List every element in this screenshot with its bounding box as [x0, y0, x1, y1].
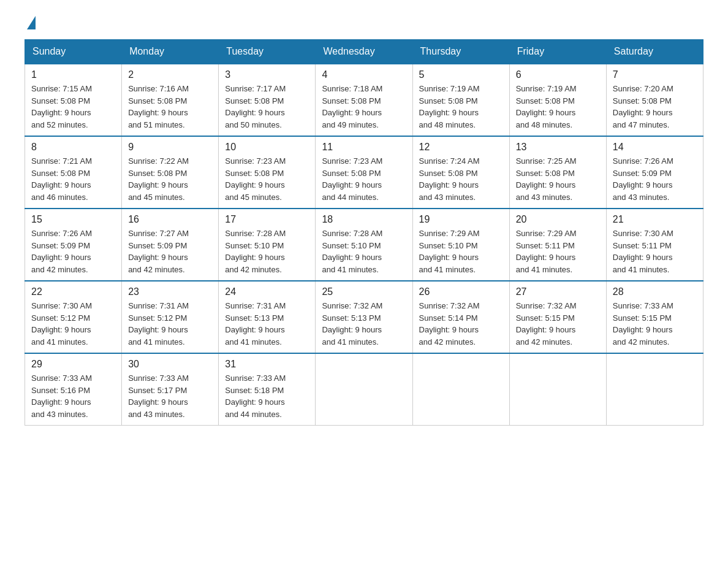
- day-info: Sunrise: 7:17 AMSunset: 5:08 PMDaylight:…: [225, 83, 309, 131]
- calendar-cell: 13Sunrise: 7:25 AMSunset: 5:08 PMDayligh…: [509, 136, 606, 209]
- day-number: 27: [516, 286, 600, 297]
- day-info: Sunrise: 7:19 AMSunset: 5:08 PMDaylight:…: [419, 83, 503, 131]
- day-number: 26: [419, 286, 503, 297]
- day-info: Sunrise: 7:30 AMSunset: 5:12 PMDaylight:…: [31, 300, 115, 348]
- day-info: Sunrise: 7:31 AMSunset: 5:12 PMDaylight:…: [128, 300, 212, 348]
- day-info: Sunrise: 7:25 AMSunset: 5:08 PMDaylight:…: [516, 155, 600, 203]
- day-number: 14: [613, 142, 697, 153]
- header-day-thursday: Thursday: [412, 40, 509, 64]
- calendar-cell: 6Sunrise: 7:19 AMSunset: 5:08 PMDaylight…: [509, 64, 606, 136]
- day-number: 21: [613, 214, 697, 225]
- day-number: 7: [613, 69, 697, 80]
- day-number: 4: [322, 69, 406, 80]
- day-info: Sunrise: 7:20 AMSunset: 5:08 PMDaylight:…: [613, 83, 697, 131]
- day-number: 5: [419, 69, 503, 80]
- calendar-cell: 19Sunrise: 7:29 AMSunset: 5:10 PMDayligh…: [412, 209, 509, 281]
- header-day-saturday: Saturday: [606, 40, 703, 64]
- day-number: 3: [225, 69, 309, 80]
- day-info: Sunrise: 7:31 AMSunset: 5:13 PMDaylight:…: [225, 300, 309, 348]
- day-info: Sunrise: 7:22 AMSunset: 5:08 PMDaylight:…: [128, 155, 212, 203]
- calendar-cell: 1Sunrise: 7:15 AMSunset: 5:08 PMDaylight…: [25, 64, 122, 136]
- header-day-monday: Monday: [122, 40, 219, 64]
- calendar-table: SundayMondayTuesdayWednesdayThursdayFrid…: [25, 39, 703, 426]
- day-info: Sunrise: 7:26 AMSunset: 5:09 PMDaylight:…: [613, 155, 697, 203]
- day-number: 15: [31, 214, 115, 225]
- calendar-week-2: 8Sunrise: 7:21 AMSunset: 5:08 PMDaylight…: [25, 136, 703, 209]
- calendar-cell: 5Sunrise: 7:19 AMSunset: 5:08 PMDaylight…: [412, 64, 509, 136]
- calendar-cell: 16Sunrise: 7:27 AMSunset: 5:09 PMDayligh…: [122, 209, 219, 281]
- day-number: 24: [225, 286, 309, 297]
- header-day-sunday: Sunday: [25, 40, 122, 64]
- day-info: Sunrise: 7:32 AMSunset: 5:15 PMDaylight:…: [516, 300, 600, 348]
- day-info: Sunrise: 7:24 AMSunset: 5:08 PMDaylight:…: [419, 155, 503, 203]
- calendar-cell: 26Sunrise: 7:32 AMSunset: 5:14 PMDayligh…: [412, 281, 509, 353]
- day-number: 22: [31, 286, 115, 297]
- day-number: 16: [128, 214, 212, 225]
- logo: [25, 18, 36, 27]
- day-number: 1: [31, 69, 115, 80]
- day-info: Sunrise: 7:33 AMSunset: 5:17 PMDaylight:…: [128, 372, 212, 420]
- logo-triangle-icon: [27, 16, 36, 29]
- calendar-cell: 11Sunrise: 7:23 AMSunset: 5:08 PMDayligh…: [316, 136, 412, 209]
- day-number: 13: [516, 142, 600, 153]
- day-info: Sunrise: 7:26 AMSunset: 5:09 PMDaylight:…: [31, 228, 115, 275]
- day-info: Sunrise: 7:30 AMSunset: 5:11 PMDaylight:…: [613, 228, 697, 275]
- day-info: Sunrise: 7:28 AMSunset: 5:10 PMDaylight:…: [322, 228, 406, 275]
- day-number: 23: [128, 286, 212, 297]
- day-number: 12: [419, 142, 503, 153]
- calendar-cell: 3Sunrise: 7:17 AMSunset: 5:08 PMDaylight…: [219, 64, 316, 136]
- calendar-cell: 25Sunrise: 7:32 AMSunset: 5:13 PMDayligh…: [316, 281, 412, 353]
- day-info: Sunrise: 7:33 AMSunset: 5:15 PMDaylight:…: [613, 300, 697, 348]
- day-info: Sunrise: 7:32 AMSunset: 5:14 PMDaylight:…: [419, 300, 503, 348]
- day-info: Sunrise: 7:33 AMSunset: 5:16 PMDaylight:…: [31, 372, 115, 420]
- calendar-cell: 29Sunrise: 7:33 AMSunset: 5:16 PMDayligh…: [25, 353, 122, 426]
- calendar-week-1: 1Sunrise: 7:15 AMSunset: 5:08 PMDaylight…: [25, 64, 703, 136]
- day-info: Sunrise: 7:21 AMSunset: 5:08 PMDaylight:…: [31, 155, 115, 203]
- calendar-cell: 9Sunrise: 7:22 AMSunset: 5:08 PMDaylight…: [122, 136, 219, 209]
- day-number: 9: [128, 142, 212, 153]
- logo-text: [25, 18, 36, 29]
- day-info: Sunrise: 7:29 AMSunset: 5:11 PMDaylight:…: [516, 228, 600, 275]
- day-number: 6: [516, 69, 600, 80]
- calendar-cell: 23Sunrise: 7:31 AMSunset: 5:12 PMDayligh…: [122, 281, 219, 353]
- calendar-cell: 7Sunrise: 7:20 AMSunset: 5:08 PMDaylight…: [606, 64, 703, 136]
- calendar-cell: [412, 353, 509, 426]
- day-info: Sunrise: 7:28 AMSunset: 5:10 PMDaylight:…: [225, 228, 309, 275]
- day-number: 2: [128, 69, 212, 80]
- day-info: Sunrise: 7:27 AMSunset: 5:09 PMDaylight:…: [128, 228, 212, 275]
- day-number: 10: [225, 142, 309, 153]
- calendar-cell: 8Sunrise: 7:21 AMSunset: 5:08 PMDaylight…: [25, 136, 122, 209]
- calendar-cell: 18Sunrise: 7:28 AMSunset: 5:10 PMDayligh…: [316, 209, 412, 281]
- day-number: 8: [31, 142, 115, 153]
- calendar-cell: [606, 353, 703, 426]
- header-row: SundayMondayTuesdayWednesdayThursdayFrid…: [25, 40, 703, 64]
- day-number: 30: [128, 359, 212, 370]
- day-info: Sunrise: 7:23 AMSunset: 5:08 PMDaylight:…: [225, 155, 309, 203]
- calendar-cell: 10Sunrise: 7:23 AMSunset: 5:08 PMDayligh…: [219, 136, 316, 209]
- day-info: Sunrise: 7:23 AMSunset: 5:08 PMDaylight:…: [322, 155, 406, 203]
- calendar-cell: 2Sunrise: 7:16 AMSunset: 5:08 PMDaylight…: [122, 64, 219, 136]
- calendar-cell: [316, 353, 412, 426]
- day-info: Sunrise: 7:16 AMSunset: 5:08 PMDaylight:…: [128, 83, 212, 131]
- calendar-header: SundayMondayTuesdayWednesdayThursdayFrid…: [25, 40, 703, 64]
- calendar-cell: 20Sunrise: 7:29 AMSunset: 5:11 PMDayligh…: [509, 209, 606, 281]
- calendar-cell: 22Sunrise: 7:30 AMSunset: 5:12 PMDayligh…: [25, 281, 122, 353]
- page-header: [25, 18, 703, 27]
- day-number: 17: [225, 214, 309, 225]
- calendar-body: 1Sunrise: 7:15 AMSunset: 5:08 PMDaylight…: [25, 64, 703, 426]
- header-day-tuesday: Tuesday: [219, 40, 316, 64]
- day-number: 20: [516, 214, 600, 225]
- calendar-cell: 24Sunrise: 7:31 AMSunset: 5:13 PMDayligh…: [219, 281, 316, 353]
- calendar-week-3: 15Sunrise: 7:26 AMSunset: 5:09 PMDayligh…: [25, 209, 703, 281]
- day-number: 11: [322, 142, 406, 153]
- calendar-week-4: 22Sunrise: 7:30 AMSunset: 5:12 PMDayligh…: [25, 281, 703, 353]
- day-info: Sunrise: 7:33 AMSunset: 5:18 PMDaylight:…: [225, 372, 309, 420]
- calendar-cell: 31Sunrise: 7:33 AMSunset: 5:18 PMDayligh…: [219, 353, 316, 426]
- day-number: 19: [419, 214, 503, 225]
- day-number: 29: [31, 359, 115, 370]
- calendar-cell: 15Sunrise: 7:26 AMSunset: 5:09 PMDayligh…: [25, 209, 122, 281]
- day-info: Sunrise: 7:19 AMSunset: 5:08 PMDaylight:…: [516, 83, 600, 131]
- day-number: 31: [225, 359, 309, 370]
- calendar-cell: 17Sunrise: 7:28 AMSunset: 5:10 PMDayligh…: [219, 209, 316, 281]
- calendar-cell: 14Sunrise: 7:26 AMSunset: 5:09 PMDayligh…: [606, 136, 703, 209]
